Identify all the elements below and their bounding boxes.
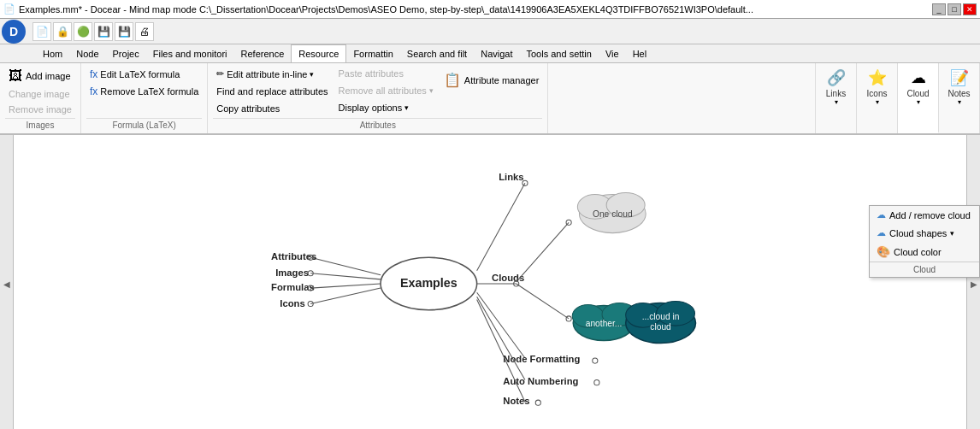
copy-attrs-button[interactable]: Copy attributes xyxy=(213,102,283,115)
svg-line-11 xyxy=(310,288,381,303)
maximize-button[interactable]: □ xyxy=(948,3,961,15)
menu-bar: Hom Node Projec Files and monitori Refer… xyxy=(0,44,980,63)
find-replace-row: Find and replace attributes xyxy=(213,85,331,98)
svg-text:another...: another... xyxy=(586,319,623,328)
remove-all-row: Remove all attributes ▾ xyxy=(335,84,437,97)
content-area: ◀ Examples Attributes Images Formulas Ic… xyxy=(0,135,980,429)
remove-latex-icon: fx xyxy=(90,85,97,97)
window-controls[interactable]: _ □ ✕ xyxy=(932,3,977,15)
find-replace-button[interactable]: Find and replace attributes xyxy=(213,85,331,98)
mindmap-area[interactable]: Examples Attributes Images Formulas Icon… xyxy=(14,135,966,429)
latex-icon: fx xyxy=(90,68,97,80)
svg-text:One cloud: One cloud xyxy=(593,209,633,219)
change-image-label: Change image xyxy=(9,89,70,99)
scroll-left-button[interactable]: ◀ xyxy=(0,135,14,429)
saveas-button[interactable]: 💾 xyxy=(115,22,133,41)
svg-text:Auto Numbering: Auto Numbering xyxy=(503,376,578,386)
remove-all-label: Remove all attributes xyxy=(339,85,427,96)
menu-vie[interactable]: Vie xyxy=(599,44,626,62)
cloud-color-icon: 🎨 xyxy=(877,245,890,258)
save-button[interactable]: 💾 xyxy=(94,22,113,41)
svg-line-20 xyxy=(517,222,569,282)
remove-all-button[interactable]: Remove all attributes ▾ xyxy=(335,84,437,97)
change-image-button[interactable]: Change image xyxy=(5,87,74,101)
add-image-button[interactable]: 🖼 Add image xyxy=(5,67,74,85)
edit-inline-button[interactable]: ✏ Edit attribute in-line ▾ xyxy=(213,67,317,81)
svg-line-8 xyxy=(310,284,381,288)
svg-text:cloud: cloud xyxy=(650,322,671,332)
menu-node[interactable]: Node xyxy=(69,44,105,62)
formula-group-label: Formula (LaTeX) xyxy=(86,118,202,130)
ribbon-cloud-group[interactable]: ☁ Cloud ▾ xyxy=(898,63,939,133)
attr-manager-label: Attribute manager xyxy=(464,75,539,85)
add-remove-cloud-item[interactable]: ☁ Add / remove cloud xyxy=(870,206,979,224)
lock-button[interactable]: 🔒 xyxy=(53,22,72,41)
cloud-color-label: Cloud color xyxy=(894,247,942,257)
ribbon-icons-group[interactable]: ⭐ Icons ▾ xyxy=(857,63,898,133)
cloud-color-item[interactable]: 🎨 Cloud color xyxy=(870,242,979,262)
cloud-dropdown-panel: ☁ Add / remove cloud ☁ Cloud shapes ▾ 🎨 … xyxy=(869,205,980,278)
copy-attrs-row: Copy attributes xyxy=(213,102,331,115)
menu-reference[interactable]: Reference xyxy=(234,44,292,62)
ribbon: 🖼 Add image Change image Remove image Im… xyxy=(0,63,980,135)
menu-hom[interactable]: Hom xyxy=(36,44,69,62)
paste-attrs-button[interactable]: Paste attributes xyxy=(335,67,407,80)
cloud-shapes-item[interactable]: ☁ Cloud shapes ▾ xyxy=(870,224,979,242)
menu-tools[interactable]: Tools and settin xyxy=(519,44,598,62)
remove-all-chevron: ▾ xyxy=(429,86,434,95)
edit-latex-label: Edit LaTeX formula xyxy=(100,69,180,79)
svg-point-36 xyxy=(566,316,571,321)
cloud-label: Cloud xyxy=(906,89,929,98)
notes-chevron: ▾ xyxy=(958,98,961,106)
icons-label: Icons xyxy=(867,89,888,98)
svg-point-39 xyxy=(593,358,598,363)
add-image-label: Add image xyxy=(26,71,71,81)
cloud-icon: ☁ xyxy=(911,68,926,87)
display-opts-button[interactable]: Display options ▾ xyxy=(335,101,413,115)
ribbon-group-attributes: ✏ Edit attribute in-line ▾ Find and repl… xyxy=(208,63,548,133)
edit-inline-icon: ✏ xyxy=(216,68,224,79)
display-opts-label: Display options xyxy=(339,103,403,113)
new-button[interactable]: 📄 xyxy=(32,22,51,41)
menu-search[interactable]: Search and filt xyxy=(400,44,474,62)
menu-formattin[interactable]: Formattin xyxy=(346,44,399,62)
edit-latex-button[interactable]: fx Edit LaTeX formula xyxy=(86,67,183,82)
cloud-group-label: Cloud xyxy=(870,262,979,277)
ribbon-links-group[interactable]: 🔗 Links ▾ xyxy=(816,63,857,133)
close-button[interactable]: ✕ xyxy=(963,3,977,15)
paste-attrs-row: Paste attributes xyxy=(335,67,437,80)
edit-inline-label: Edit attribute in-line xyxy=(227,69,307,79)
svg-point-42 xyxy=(594,380,599,385)
svg-text:Images: Images xyxy=(275,267,309,278)
print-button[interactable]: 🖨 xyxy=(135,22,154,41)
svg-text:Clouds: Clouds xyxy=(492,273,524,283)
remove-image-row: Remove image xyxy=(5,103,75,116)
images-group-label: Images xyxy=(5,118,75,130)
svg-text:Links: Links xyxy=(499,172,523,182)
minimize-button[interactable]: _ xyxy=(932,3,946,15)
svg-point-16 xyxy=(522,180,528,185)
add-remove-cloud-icon: ☁ xyxy=(877,209,886,220)
svg-line-26 xyxy=(517,284,569,319)
ribbon-notes-group[interactable]: 📝 Notes ▾ xyxy=(939,63,980,133)
ribbon-right-groups: 🔗 Links ▾ ⭐ Icons ▾ ☁ Cloud ▾ 📝 Notes ▾ xyxy=(815,63,980,133)
menu-resource[interactable]: Resource xyxy=(291,44,346,62)
attr-manager-button[interactable]: 📋 Attribute manager xyxy=(440,70,542,90)
menu-navigat[interactable]: Navigat xyxy=(474,44,519,62)
app-toolbar: 📄 🔒 🟢 💾 💾 🖨 xyxy=(29,21,980,43)
display-opts-row: Display options ▾ xyxy=(335,101,437,115)
remove-latex-label: Remove LaTeX formula xyxy=(100,86,198,97)
menu-hel[interactable]: Hel xyxy=(626,44,654,62)
menu-files[interactable]: Files and monitori xyxy=(146,44,234,62)
menu-projec[interactable]: Projec xyxy=(106,44,146,62)
svg-line-40 xyxy=(477,297,525,379)
title-text: Examples.mm* - Docear - Mind map mode C:… xyxy=(19,4,932,15)
app-logo: D xyxy=(2,20,26,44)
svg-line-37 xyxy=(477,292,525,358)
open-button[interactable]: 🟢 xyxy=(74,22,92,41)
cloud-shapes-icon: ☁ xyxy=(877,227,886,238)
remove-latex-button[interactable]: fx Remove LaTeX formula xyxy=(86,84,202,99)
scroll-right-button[interactable]: ▶ xyxy=(966,135,980,429)
remove-image-button[interactable]: Remove image xyxy=(5,103,75,116)
icons-chevron: ▾ xyxy=(876,98,879,106)
